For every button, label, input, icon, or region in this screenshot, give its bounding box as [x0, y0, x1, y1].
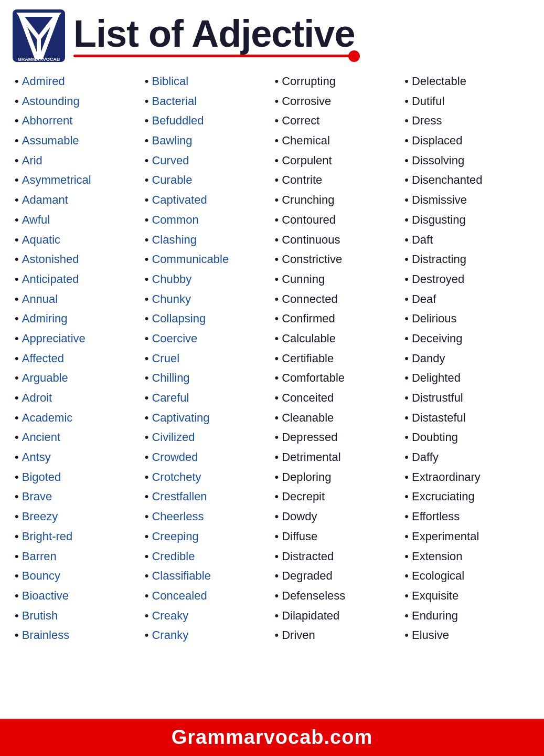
bullet-icon: •	[15, 331, 19, 346]
adjective-word: Experimental	[412, 529, 479, 544]
adjective-word: Dilapidated	[282, 608, 339, 624]
adjective-word: Asymmetrical	[22, 172, 91, 188]
list-item: •Captivated	[145, 190, 270, 210]
adjective-word: Clashing	[152, 232, 197, 248]
adjective-word: Chemical	[282, 133, 330, 149]
adjective-word: Communicable	[152, 251, 229, 267]
bullet-icon: •	[15, 390, 19, 406]
adjective-word: Diffuse	[282, 529, 317, 544]
list-item: •Antsy	[15, 447, 140, 467]
adjective-word: Enduring	[412, 608, 458, 624]
bullet-icon: •	[275, 251, 279, 267]
bullet-icon: •	[15, 549, 19, 564]
adjective-word: Creaky	[152, 608, 188, 624]
adjective-word: Comfortable	[282, 370, 345, 386]
list-item: •Bigoted	[15, 467, 140, 487]
list-item: •Detrimental	[275, 447, 400, 467]
adjective-word: Biblical	[152, 74, 188, 89]
bullet-icon: •	[145, 74, 149, 89]
adjective-word: Dowdy	[282, 509, 317, 524]
bullet-icon: •	[15, 370, 19, 386]
list-item: •Cheerless	[145, 507, 270, 527]
list-item: •Exquisite	[404, 586, 529, 606]
bullet-icon: •	[145, 627, 149, 643]
bullet-icon: •	[145, 489, 149, 505]
list-item: •Certifiable	[275, 349, 400, 369]
bullet-icon: •	[404, 212, 409, 228]
adjective-word: Conceited	[282, 390, 334, 406]
bullet-icon: •	[404, 489, 409, 505]
adjective-word: Dutiful	[412, 93, 444, 109]
adjective-word: Certifiable	[282, 351, 334, 366]
bullet-icon: •	[145, 469, 149, 485]
adjective-word: Ancient	[22, 429, 60, 445]
list-item: •Daft	[404, 230, 529, 250]
bullet-icon: •	[275, 192, 279, 208]
footer-bar: Grammarvocab.com	[0, 719, 544, 756]
bullet-icon: •	[404, 608, 409, 624]
bullet-icon: •	[15, 529, 19, 544]
adjective-word: Abhorrent	[22, 113, 73, 129]
adjective-word: Bouncy	[22, 568, 60, 584]
adjective-word: Anticipated	[22, 271, 79, 287]
adjective-word: Degraded	[282, 568, 333, 584]
bullet-icon: •	[145, 529, 149, 544]
adjective-word: Dress	[412, 113, 442, 129]
adjective-word: Disenchanted	[412, 172, 483, 188]
bullet-icon: •	[15, 608, 19, 624]
list-item: •Chilling	[145, 368, 270, 388]
bullet-icon: •	[15, 627, 19, 643]
list-item: •Brutish	[15, 606, 140, 626]
bullet-icon: •	[145, 608, 149, 624]
list-item: •Dismissive	[404, 190, 529, 210]
bullet-icon: •	[15, 410, 19, 426]
bullet-icon: •	[404, 291, 409, 307]
bullet-icon: •	[275, 390, 279, 406]
list-item: •Appreciative	[15, 329, 140, 349]
bullet-icon: •	[404, 192, 409, 208]
bullet-icon: •	[15, 212, 19, 228]
bullet-icon: •	[404, 390, 409, 406]
list-item: •Elusive	[404, 625, 529, 645]
list-item: •Creeping	[145, 527, 270, 547]
adjective-word: Admiring	[22, 311, 68, 327]
bullet-icon: •	[404, 351, 409, 366]
bullet-icon: •	[145, 251, 149, 267]
list-item: •Deaf	[404, 289, 529, 309]
adjective-word: Crotchety	[152, 469, 201, 485]
adjective-word: Calculable	[282, 331, 336, 346]
bullet-icon: •	[15, 232, 19, 248]
adjective-word: Civilized	[152, 429, 195, 445]
bullet-icon: •	[404, 153, 409, 169]
bullet-icon: •	[145, 153, 149, 169]
adjective-word: Bacterial	[152, 93, 197, 109]
adjective-word: Curable	[152, 172, 192, 188]
bullet-icon: •	[404, 232, 409, 248]
bullet-icon: •	[15, 311, 19, 327]
bullet-icon: •	[15, 172, 19, 188]
bullet-icon: •	[145, 232, 149, 248]
list-item: •Brainless	[15, 625, 140, 645]
bullet-icon: •	[15, 291, 19, 307]
list-item: •Ancient	[15, 427, 140, 447]
adjective-word: Classifiable	[152, 568, 211, 584]
list-item: •Cunning	[275, 269, 400, 289]
list-item: •Concealed	[145, 586, 270, 606]
bullet-icon: •	[275, 529, 279, 544]
bullet-icon: •	[404, 113, 409, 129]
bullet-icon: •	[145, 449, 149, 465]
list-item: •Dress	[404, 111, 529, 131]
bullet-icon: •	[145, 331, 149, 346]
bullet-icon: •	[15, 74, 19, 89]
adjective-word: Effortless	[412, 509, 460, 524]
adjective-word: Decrepit	[282, 489, 325, 505]
bullet-icon: •	[275, 93, 279, 109]
adjective-word: Adamant	[22, 192, 68, 208]
bullet-icon: •	[15, 133, 19, 149]
list-item: •Correct	[275, 111, 400, 131]
adjective-word: Credible	[152, 549, 195, 564]
adjective-word: Displaced	[412, 133, 463, 149]
list-item: •Connected	[275, 289, 400, 309]
adjective-word: Disgusting	[412, 212, 466, 228]
list-item: •Depressed	[275, 427, 400, 447]
